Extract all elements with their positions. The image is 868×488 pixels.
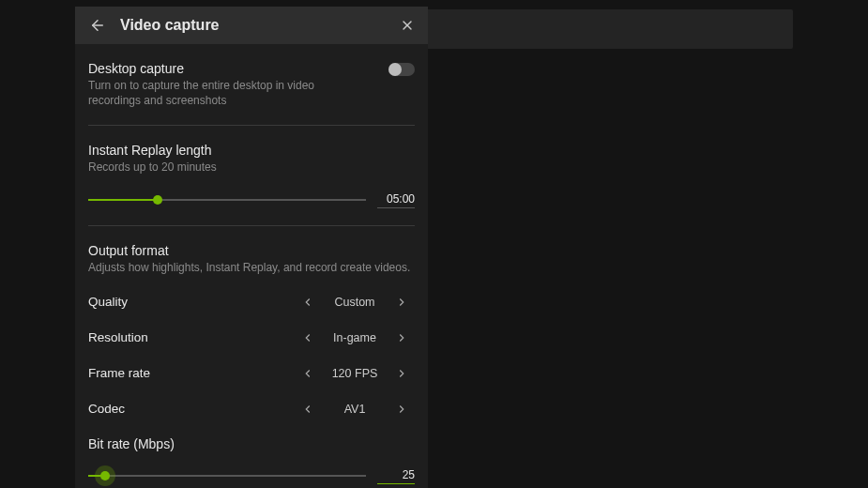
panel-body: Desktop capture Turn on to capture the e… — [75, 44, 428, 488]
chevron-left-icon — [301, 367, 314, 380]
slider-thumb — [100, 471, 110, 480]
resolution-row: Resolution In-game — [88, 324, 415, 352]
frame-rate-prev-button[interactable] — [295, 360, 321, 387]
chevron-left-icon — [301, 331, 314, 344]
desktop-capture-toggle[interactable] — [388, 63, 415, 76]
chevron-right-icon — [395, 403, 408, 416]
chevron-right-icon — [395, 331, 408, 344]
video-capture-panel: Video capture Desktop capture Turn on to… — [75, 7, 428, 488]
frame-rate-row: Frame rate 120 FPS — [88, 359, 415, 388]
bit-rate-slider[interactable] — [88, 468, 366, 483]
close-icon — [400, 18, 415, 33]
codec-row: Codec AV1 — [88, 395, 415, 423]
chevron-right-icon — [395, 367, 408, 380]
slider-fill — [88, 199, 158, 201]
instant-replay-label: Instant Replay length — [88, 143, 415, 158]
frame-rate-value[interactable]: 120 FPS — [321, 367, 388, 380]
instant-replay-section: Instant Replay length Records up to 20 m… — [88, 143, 415, 224]
desktop-capture-section: Desktop capture Turn on to capture the e… — [88, 61, 415, 125]
bit-rate-label: Bit rate (Mbps) — [88, 436, 415, 451]
quality-next-button[interactable] — [388, 289, 415, 315]
divider — [88, 225, 415, 226]
resolution-label: Resolution — [88, 330, 220, 344]
back-button[interactable] — [88, 16, 107, 35]
resolution-value[interactable]: In-game — [321, 331, 388, 344]
codec-label: Codec — [88, 402, 220, 416]
resolution-prev-button[interactable] — [295, 325, 321, 351]
quality-label: Quality — [88, 295, 220, 309]
output-format-description: Adjusts how highlights, Instant Replay, … — [88, 260, 415, 275]
quality-prev-button[interactable] — [295, 289, 321, 315]
desktop-capture-description: Turn on to capture the entire desktop in… — [88, 78, 360, 108]
panel-title: Video capture — [120, 17, 385, 34]
bit-rate-section: Bit rate (Mbps) 25 — [88, 436, 415, 488]
bit-rate-value[interactable]: 25 — [377, 468, 415, 484]
output-format-label: Output format — [88, 243, 415, 258]
quality-row: Quality Custom — [88, 288, 415, 316]
resolution-next-button[interactable] — [388, 325, 415, 351]
slider-thumb — [153, 195, 162, 205]
divider — [88, 125, 415, 126]
instant-replay-description: Records up to 20 minutes — [88, 160, 360, 175]
slider-track — [88, 475, 366, 477]
codec-next-button[interactable] — [388, 396, 415, 422]
toggle-knob — [388, 63, 402, 76]
frame-rate-label: Frame rate — [88, 366, 220, 380]
instant-replay-slider[interactable] — [88, 192, 366, 207]
panel-header: Video capture — [75, 7, 428, 44]
chevron-left-icon — [301, 403, 314, 416]
output-format-section: Output format Adjusts how highlights, In… — [88, 243, 415, 281]
chevron-right-icon — [395, 296, 408, 309]
close-button[interactable] — [398, 16, 417, 35]
quality-value[interactable]: Custom — [321, 296, 388, 309]
chevron-left-icon — [301, 296, 314, 309]
instant-replay-value[interactable]: 05:00 — [377, 192, 415, 208]
frame-rate-next-button[interactable] — [388, 360, 415, 387]
codec-prev-button[interactable] — [295, 396, 321, 422]
desktop-capture-label: Desktop capture — [88, 61, 360, 76]
arrow-left-icon — [89, 17, 106, 34]
codec-value[interactable]: AV1 — [321, 403, 388, 416]
